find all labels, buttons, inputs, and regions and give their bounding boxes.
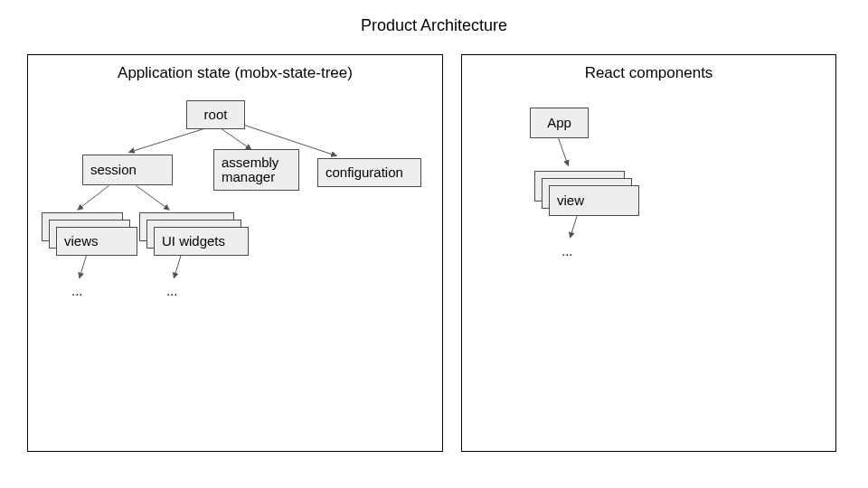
connectors-right (462, 55, 835, 451)
page-title: Product Architecture (0, 16, 868, 35)
svg-line-4 (137, 185, 170, 210)
node-session: session (82, 155, 173, 185)
ellipsis-widgets: ... (166, 283, 178, 298)
node-ui-widgets: UI widgets (154, 227, 249, 256)
node-app: App (530, 108, 589, 138)
svg-line-6 (174, 255, 181, 278)
node-view: view (549, 185, 639, 216)
node-views: views (56, 227, 137, 256)
node-configuration: configuration (317, 158, 421, 187)
panel-title-left: Application state (mobx-state-tree) (28, 64, 442, 82)
panel-react-components: React components App view ... (461, 54, 836, 452)
node-root: root (186, 100, 245, 129)
panel-title-right: React components (462, 64, 835, 82)
svg-line-8 (570, 215, 577, 238)
ellipsis-views: ... (71, 283, 83, 298)
ellipsis-view: ... (561, 243, 573, 258)
svg-line-5 (80, 255, 87, 278)
svg-line-7 (558, 138, 568, 166)
node-assembly-manager: assembly manager (213, 149, 299, 191)
svg-line-3 (78, 185, 109, 210)
panel-application-state: Application state (mobx-state-tree) root… (27, 54, 443, 452)
svg-line-1 (222, 129, 251, 150)
svg-line-0 (129, 129, 204, 153)
